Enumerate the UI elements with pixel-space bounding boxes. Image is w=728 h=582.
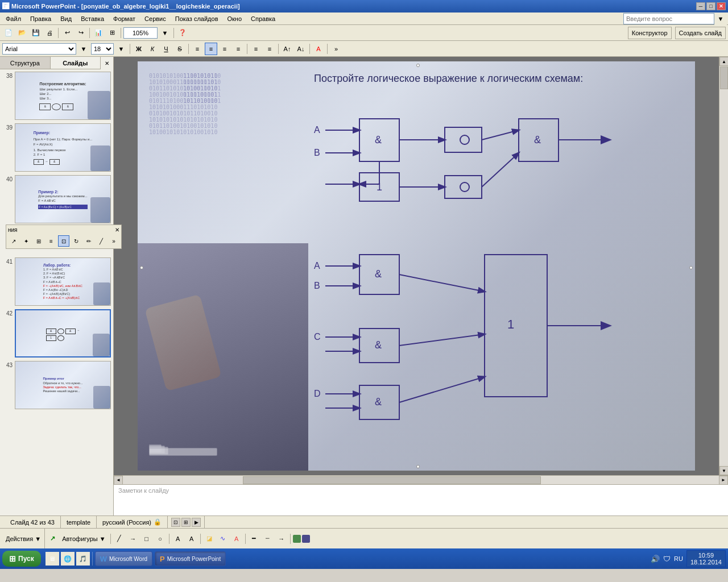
tab-slides[interactable]: Слайды — [51, 57, 101, 69]
menu-view[interactable]: Вид — [56, 13, 76, 24]
font-size-select[interactable]: 18 — [91, 43, 114, 55]
menu-window[interactable]: Окно — [223, 13, 247, 24]
create-slide-button[interactable]: Создать слайд — [675, 27, 726, 39]
normal-view-btn[interactable]: ⊡ — [171, 518, 180, 527]
menu-format[interactable]: Формат — [109, 13, 140, 24]
draw-line-color[interactable]: ∿ — [217, 533, 229, 545]
draw-textbox-btn[interactable]: A — [172, 533, 184, 545]
list-button[interactable]: ≡ — [250, 43, 262, 55]
tray-network-icon[interactable]: 🔊 — [651, 555, 660, 563]
draw-fill-color[interactable]: ◪ — [203, 533, 216, 545]
scroll-down-btn[interactable]: ▼ — [719, 466, 728, 475]
zoom-select[interactable]: 105% — [123, 27, 158, 39]
scroll-left-btn[interactable]: ◄ — [114, 476, 123, 485]
resize-handle-top[interactable] — [416, 64, 420, 67]
draw-line-tool[interactable]: ╱ — [113, 533, 126, 545]
align-center-button[interactable]: ≡ — [205, 43, 217, 55]
menu-help[interactable]: Справка — [246, 13, 280, 24]
draw-group-btn[interactable]: ⊡ — [58, 235, 69, 247]
decrease-font-button[interactable]: A↓ — [295, 43, 307, 55]
draw-oval-tool[interactable]: ○ — [154, 533, 167, 545]
draw-color-swatch2[interactable] — [302, 535, 310, 543]
zoom-dropdown[interactable]: ▼ — [159, 27, 171, 39]
minimize-button[interactable]: ─ — [696, 2, 705, 10]
help-dropdown-button[interactable]: ▼ — [714, 13, 727, 25]
slideshow-btn[interactable]: ▶ — [192, 518, 201, 527]
bold-button[interactable]: Ж — [133, 43, 145, 55]
table-button[interactable]: ⊞ — [106, 27, 118, 39]
increase-font-button[interactable]: A↑ — [281, 43, 293, 55]
draw-wordart-btn[interactable]: A — [185, 533, 198, 545]
save-button[interactable]: 💾 — [30, 27, 42, 39]
taskbar-app-ppt[interactable]: P Microsoft PowerPoint — [155, 551, 226, 566]
h-scroll-thumb[interactable] — [243, 476, 541, 484]
menu-insert[interactable]: Вставка — [76, 13, 109, 24]
slide-thumb-42[interactable]: 42 & & → 1 — [2, 309, 111, 357]
slide-thumb-40[interactable]: 40 Пример 2: Для результата и мы сможем.… — [2, 175, 111, 223]
draw-linestyle-btn[interactable]: ━ — [248, 533, 260, 545]
draw-more-btn[interactable]: » — [108, 235, 119, 247]
font-color-button[interactable]: A — [312, 43, 325, 55]
draw-move-btn[interactable]: ✦ — [20, 235, 32, 247]
notes-area[interactable]: Заметки к слайду — [114, 484, 728, 516]
draw-arrowstyle-btn[interactable]: → — [275, 533, 288, 545]
start-button[interactable]: ⊞ Пуск — [2, 551, 41, 567]
draw-dash-btn[interactable]: ┄ — [262, 533, 274, 545]
resize-handle-bottom[interactable] — [416, 465, 420, 468]
align-right-button[interactable]: ≡ — [218, 43, 231, 55]
slide-thumb-39[interactable]: 39 Пример: При A = 0 (нет 1); Пара: Форм… — [2, 123, 111, 172]
slide-container[interactable]: 0101010100111010101010101000111010110101… — [138, 61, 695, 471]
resize-handle-right[interactable] — [689, 266, 693, 269]
align-left-button[interactable]: ≡ — [191, 43, 204, 55]
strikethrough-button[interactable]: S — [173, 43, 186, 55]
draw-select-btn[interactable]: ↗ — [46, 533, 59, 545]
draw-pencil-btn[interactable]: ✏ — [83, 235, 94, 247]
slide-preview-40[interactable]: Пример 2: Для результата и мы сможем... … — [15, 175, 111, 223]
maximize-button[interactable]: □ — [706, 2, 715, 10]
draw-list-btn[interactable]: ≡ — [46, 235, 57, 247]
designer-button[interactable]: Конструктор — [628, 27, 672, 39]
vertical-scrollbar[interactable]: ▲ ▼ — [719, 57, 728, 475]
slide-preview-38[interactable]: Построение алгоритма: Шаг результат 1. Е… — [15, 72, 111, 120]
horizontal-scrollbar[interactable]: ◄ ► — [114, 475, 728, 484]
actions-label[interactable]: Действия ▼ — [6, 535, 41, 542]
font-dropdown[interactable]: ▼ — [77, 43, 90, 55]
slide-thumb-41[interactable]: 41 Лабор. работа: 1. F = A∧B∨C 2. F = A∨… — [2, 257, 111, 306]
menu-service[interactable]: Сервис — [140, 13, 171, 24]
quicklaunch-ie[interactable]: 🌐 — [61, 552, 75, 566]
italic-button[interactable]: К — [146, 43, 159, 55]
menu-slideshow[interactable]: Показ слайдов — [171, 13, 223, 24]
menu-edit[interactable]: Правка — [26, 13, 56, 24]
draw-rotate-btn[interactable]: ↻ — [71, 235, 82, 247]
slides-panel[interactable]: 38 Построение алгоритма: Шаг результат 1… — [0, 69, 113, 516]
slide-sorter-btn[interactable]: ⊞ — [181, 518, 191, 527]
scroll-track[interactable] — [719, 66, 728, 466]
scroll-right-btn[interactable]: ► — [719, 476, 728, 485]
scroll-up-btn[interactable]: ▲ — [719, 57, 728, 66]
tab-structure[interactable]: Структура — [0, 57, 51, 69]
scroll-thumb[interactable] — [720, 66, 728, 89]
slide-preview-39[interactable]: Пример: При A = 0 (нет 1); Пара: Формулы… — [15, 123, 111, 172]
draw-color-swatch1[interactable] — [293, 535, 301, 543]
open-button[interactable]: 📂 — [16, 27, 28, 39]
keyboard-layout[interactable]: RU — [674, 555, 683, 562]
new-button[interactable]: 📄 — [2, 27, 15, 39]
help-input[interactable] — [623, 13, 714, 24]
tray-volume-icon[interactable]: 🛡 — [663, 555, 671, 563]
drawing-toolbar-close[interactable]: ✕ — [115, 227, 119, 233]
font-family-select[interactable]: Arial — [2, 43, 76, 55]
fontsize-dropdown[interactable]: ▼ — [115, 43, 127, 55]
slide-preview-42[interactable]: & & → 1 — [15, 309, 111, 357]
slide-thumb-43[interactable]: 43 Пример итог Обратное и то, что нужно.… — [2, 361, 111, 409]
draw-font-color[interactable]: A — [230, 533, 243, 545]
draw-align-btn[interactable]: ⊞ — [33, 235, 44, 247]
resize-handle-left[interactable] — [140, 266, 143, 269]
quicklaunch-media[interactable]: 🎵 — [76, 552, 90, 566]
slide-preview-43[interactable]: Пример итог Обратное и то, что нужно... … — [15, 361, 111, 409]
draw-action-btn[interactable]: ↗ — [8, 235, 19, 247]
draw-rect-tool[interactable]: □ — [140, 533, 153, 545]
close-button[interactable]: ✕ — [717, 2, 726, 10]
help-icon-button[interactable]: ❓ — [176, 27, 189, 39]
h-scroll-track[interactable] — [123, 476, 719, 484]
draw-line-btn[interactable]: ╱ — [96, 235, 107, 247]
